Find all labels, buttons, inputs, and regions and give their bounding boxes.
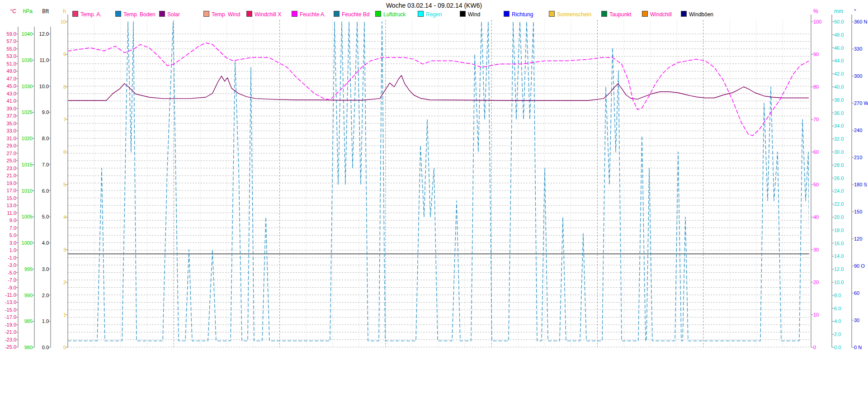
axis-tick-label-mm: 42.0 <box>834 71 844 76</box>
axis-tick-label-percent: 80 <box>813 84 819 90</box>
axis-tick-label-celsius: 7.0 <box>9 225 16 231</box>
axis-tick-label-mm: 26.0 <box>834 175 844 181</box>
axis-tick-label-direction: 150 <box>854 209 862 214</box>
axis-tick-label-direction: 120 <box>854 236 862 242</box>
axis-tick-label-direction: 270 W <box>854 100 868 106</box>
axis-tick-label-celsius: 17.0 <box>7 188 16 193</box>
axis-tick-label-bft: 8.0 <box>42 136 49 141</box>
axis-tick-label-percent: 30 <box>813 247 819 252</box>
axis-tick-label-celsius: 41.0 <box>7 98 16 104</box>
axis-tick-label-hours: 7 <box>63 117 66 122</box>
axis-tick-label-direction: 0 N <box>854 345 862 350</box>
axis-tick-label-celsius: 39.0 <box>7 106 16 111</box>
axis-tick-label-direction: 60 <box>854 290 859 296</box>
axis-tick-label-direction: 30 <box>854 318 859 323</box>
axis-tick-label-mm: 28.0 <box>834 162 844 168</box>
axis-tick-label-celsius: 3.0 <box>9 240 16 246</box>
axis-tick-label-direction: 300 <box>854 73 862 79</box>
axis-tick-label-celsius: -25.0 <box>5 344 16 350</box>
gridlines <box>68 20 809 347</box>
axis-tick-label-percent: 20 <box>813 280 819 285</box>
axis-tick-label-hours: 5 <box>63 182 66 187</box>
axis-tick-label-percent: 50 <box>813 182 819 187</box>
axis-tick-label-hpa: 1000 <box>22 240 33 246</box>
axis-tick-label-hpa: 995 <box>24 266 33 272</box>
axis-tick-label-percent: 60 <box>813 149 819 155</box>
axis-tick-label-bft: 7.0 <box>42 162 49 167</box>
axis-tick-label-bft: 9.0 <box>42 109 49 115</box>
axis-tick-label-hpa: 1005 <box>22 214 33 219</box>
axis-tick-label-hpa: 1025 <box>22 109 33 115</box>
axis-tick-label-celsius: 13.0 <box>7 203 16 208</box>
axis-tick-label-mm: 14.0 <box>834 253 844 259</box>
axis-tick-label-mm: 30.0 <box>834 149 844 155</box>
axis-tick-label-hours: 8 <box>63 84 66 90</box>
axis-tick-label-celsius: 19.0 <box>7 180 16 186</box>
axis-tick-label-direction: 240 <box>854 128 862 133</box>
axis-tick-label-mm: 50.0 <box>834 19 844 24</box>
axis-tick-label-celsius: 43.0 <box>7 91 16 96</box>
axis-tick-label-celsius: 25.0 <box>7 158 16 163</box>
axis-tick-label-celsius: 57.0 <box>7 38 16 44</box>
axis-tick-label-bft: 5.0 <box>42 214 49 219</box>
axis-tick-label-mm: 0.0 <box>834 345 841 350</box>
axis-tick-label-hpa: 1015 <box>22 162 33 167</box>
axis-tick-label-mm: 12.0 <box>834 266 844 272</box>
axis-tick-label-percent: 10 <box>813 312 819 318</box>
axis-tick-label-celsius: -17.0 <box>5 314 16 320</box>
axis-tick-label-celsius: 45.0 <box>7 83 16 89</box>
axis-tick-label-mm: 10.0 <box>834 280 844 285</box>
axis-tick-label-celsius: -1.0 <box>8 255 16 261</box>
axis-tick-label-hours: 1 <box>63 312 66 318</box>
axis-tick-label-hpa: 990 <box>24 293 33 298</box>
axis-tick-label-celsius: 35.0 <box>7 121 16 126</box>
stats-table <box>0 370 868 403</box>
axis-tick-label-celsius: -7.0 <box>8 277 16 283</box>
axis-tick-label-mm: 8.0 <box>834 293 841 298</box>
axis-tick-label-mm: 44.0 <box>834 58 844 63</box>
axis-tick-label-mm: 32.0 <box>834 136 844 142</box>
axis-tick-label-mm: 46.0 <box>834 45 844 51</box>
axis-tick-label-bft: 1.0 <box>42 318 49 324</box>
axis-tick-label-hpa: 1035 <box>22 57 33 63</box>
axis-tick-label-hours: 3 <box>63 247 66 252</box>
axis-tick-label-celsius: 47.0 <box>7 76 16 81</box>
axis-tick-label-celsius: 55.0 <box>7 46 16 52</box>
axis-tick-label-bft: 6.0 <box>42 188 49 194</box>
axis-tick-label-celsius: 5.0 <box>9 232 16 238</box>
axis-tick-label-mm: 34.0 <box>834 123 844 128</box>
axis-tick-label-bft: 2.0 <box>42 293 49 298</box>
weather-chart-svg: 59.057.055.053.051.049.047.045.043.041.0… <box>0 0 868 367</box>
axis-tick-label-mm: 36.0 <box>834 110 844 116</box>
axis-tick-label-mm: 24.0 <box>834 188 844 194</box>
axis-tick-label-celsius: 59.0 <box>7 31 16 37</box>
axis-tick-label-hpa: 1020 <box>22 136 33 141</box>
axis-tick-label-mm: 48.0 <box>834 32 844 38</box>
axis-tick-label-mm: 40.0 <box>834 84 844 90</box>
axis-tick-label-bft: 4.0 <box>42 240 49 246</box>
axis-tick-label-celsius: -5.0 <box>8 270 16 275</box>
axis-tick-label-percent: 40 <box>813 214 819 220</box>
axis-tick-label-celsius: -21.0 <box>5 329 16 335</box>
axis-tick-label-bft: 11.0 <box>39 57 49 63</box>
weather-app-window: { "title": "Woche 03.02.14 - 09.02.14 (K… <box>0 0 868 403</box>
axis-tick-label-celsius: 53.0 <box>7 53 16 59</box>
axis-tick-label-celsius: 23.0 <box>7 166 16 171</box>
axis-tick-label-hpa: 1010 <box>22 188 33 194</box>
axis-tick-label-mm: 20.0 <box>834 214 844 220</box>
axis-tick-label-celsius: 37.0 <box>7 113 16 119</box>
axis-tick-label-celsius: 49.0 <box>7 68 16 74</box>
axis-tick-label-direction: 210 <box>854 155 862 160</box>
axis-tick-label-mm: 2.0 <box>834 332 841 337</box>
axis-tick-label-bft: 10.0 <box>39 84 49 89</box>
axis-tick-label-celsius: 11.0 <box>7 210 16 216</box>
axis-tick-label-celsius: -23.0 <box>5 337 16 342</box>
axis-tick-label-celsius: -15.0 <box>5 307 16 313</box>
axis-tick-label-celsius: 51.0 <box>7 61 16 66</box>
axis-tick-label-mm: 4.0 <box>834 318 841 324</box>
axis-tick-label-hours: 2 <box>63 280 66 285</box>
axis-tick-label-mm: 16.0 <box>834 241 844 246</box>
plot-area[interactable]: 59.057.055.053.051.049.047.045.043.041.0… <box>0 0 868 369</box>
axis-tick-label-hpa: 1030 <box>22 84 33 89</box>
axis-tick-label-celsius: -11.0 <box>5 292 16 298</box>
